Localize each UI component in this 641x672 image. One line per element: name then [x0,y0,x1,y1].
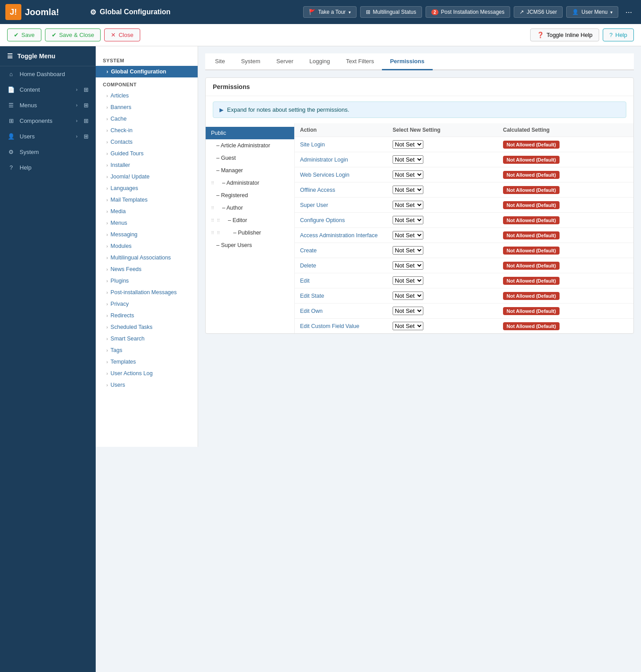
help-circle-icon: ❓ [537,32,544,38]
perm-select-super-user[interactable]: Not SetAllowedDenied [393,201,423,209]
left-panel-smart-search[interactable]: › Smart Search [96,333,198,344]
left-panel-global-config[interactable]: › Global Configuration [96,66,198,77]
left-panel-templates[interactable]: › Templates [96,356,198,368]
left-panel-languages[interactable]: › Languages [96,182,198,194]
left-panel-mail-templates[interactable]: › Mail Templates [96,194,198,206]
jcms-user-button[interactable]: ↗ JCMS6 User [514,6,563,18]
save-close-button[interactable]: ✔ Save & Close [45,28,101,41]
left-panel-post-install[interactable]: › Post-installation Messages [96,287,198,298]
left-panel-installer[interactable]: › Installer [96,159,198,171]
perm-select-configure-options[interactable]: Not SetAllowedDenied [393,216,423,224]
left-panel-redirects[interactable]: › Redirects [96,310,198,321]
group-manager[interactable]: – Manager [206,164,294,177]
group-guest[interactable]: – Guest [206,152,294,164]
left-panel-joomla-update[interactable]: › Joomla! Update [96,171,198,182]
tour-icon: 🚩 [309,9,316,15]
tab-server[interactable]: Server [268,53,301,70]
left-panel-messaging[interactable]: › Messaging [96,229,198,240]
close-button[interactable]: ✕ Close [104,28,140,41]
toolbar: ✔ Save ✔ Save & Close ✕ Close ❓ Toggle I… [0,24,641,46]
perm-badge-create: Not Allowed (Default) [503,247,560,255]
sidebar-item-menus[interactable]: ☰ Menus › ⊞ [0,97,96,113]
permissions-info-expand[interactable]: ▶ Expand for notes about setting the per… [213,101,626,118]
take-a-tour-button[interactable]: 🚩 Take a Tour ▾ [303,6,357,18]
perm-row-access-admin: Access Administration Interface Not SetA… [295,228,633,243]
sidebar-item-components[interactable]: ⊞ Components › ⊞ [0,113,96,129]
tab-text-filters[interactable]: Text Filters [338,53,382,70]
left-panel-cache[interactable]: › Cache [96,113,198,125]
chevron-right-icon: › [106,151,108,156]
perm-table: Action Select New Setting Calculated Set… [295,123,633,333]
perm-select-edit-own[interactable]: Not SetAllowedDenied [393,307,423,315]
perm-select-create[interactable]: Not SetAllowedDenied [393,246,423,255]
perm-select-delete[interactable]: Not SetAllowedDenied [393,261,423,270]
left-panel-tags[interactable]: › Tags [96,344,198,356]
chevron-right-icon: › [106,348,108,353]
multilingual-status-button[interactable]: ⊞ Multilingual Status [360,6,422,18]
chevron-right-icon: › [106,209,108,214]
left-panel-articles[interactable]: › Articles [96,90,198,101]
left-panel-plugins[interactable]: › Plugins [96,275,198,287]
save-close-icon: ✔ [52,32,57,38]
toggle-inline-help-button[interactable]: ❓ Toggle Inline Help [530,28,599,41]
group-author[interactable]: ⠿ – Author [206,202,294,214]
group-registered[interactable]: – Registered [206,189,294,202]
perm-select-edit-state[interactable]: Not SetAllowedDenied [393,291,423,300]
save-button[interactable]: ✔ Save [7,28,41,41]
left-panel-system-label: System [96,55,198,66]
perm-badge-edit-custom-field: Not Allowed (Default) [503,322,560,330]
sidebar-item-system[interactable]: ⚙ System [0,144,96,160]
left-panel-banners[interactable]: › Banners [96,101,198,113]
left-panel-contacts[interactable]: › Contacts [96,136,198,148]
left-panel-multilingual[interactable]: › Multilingual Associations [96,252,198,263]
grid-icon: ⊞ [84,86,89,93]
left-panel-modules[interactable]: › Modules [96,240,198,252]
help-icon: ? [7,164,15,171]
perm-select-admin-login[interactable]: Not SetAllowedDenied [393,155,423,164]
left-panel-menus[interactable]: › Menus [96,217,198,229]
group-administrator[interactable]: ⠿ – Administrator [206,177,294,189]
left-panel-users[interactable]: › Users [96,379,198,391]
tab-system[interactable]: System [233,53,268,70]
chevron-right-icon: › [106,244,108,249]
group-super-users[interactable]: – Super Users [206,239,294,251]
left-panel-checkin[interactable]: › Check-in [96,125,198,136]
menus-icon: ☰ [7,102,15,109]
chevron-right-icon: › [76,103,77,108]
perm-row-configure-options: Configure Options Not SetAllowedDenied N… [295,213,633,228]
main-layout: ☰ Toggle Menu ⌂ Home Dashboard 📄 Content… [0,46,641,672]
left-panel-guided-tours[interactable]: › Guided Tours [96,148,198,159]
perm-badge-edit-state: Not Allowed (Default) [503,292,560,300]
tab-permissions[interactable]: Permissions [382,53,432,70]
user-icon: 👤 [572,9,579,15]
left-panel-user-actions-log[interactable]: › User Actions Log [96,368,198,379]
tab-logging[interactable]: Logging [301,53,338,70]
group-editor[interactable]: ⠿ ⠿ – Editor [206,214,294,227]
more-options-button[interactable]: ··· [622,6,636,19]
perm-select-edit-custom-field[interactable]: Not SetAllowedDenied [393,322,423,330]
tab-site[interactable]: Site [207,53,233,70]
post-install-messages-button[interactable]: 2 Post Installation Messages [426,6,510,18]
help-button[interactable]: ? Help [603,28,634,41]
chevron-right-icon: › [76,118,77,123]
perm-select-site-login[interactable]: Not SetAllowedDenied [393,140,423,149]
perm-select-offline-access[interactable]: Not SetAllowedDenied [393,186,423,194]
toggle-menu-button[interactable]: ☰ Toggle Menu [0,46,96,66]
left-panel-privacy[interactable]: › Privacy [96,298,198,310]
group-article-administrator[interactable]: – Article Administrator [206,139,294,152]
sidebar-item-help[interactable]: ? Help [0,160,96,175]
joomla-icon: J! [5,4,21,20]
sidebar-item-home-dashboard[interactable]: ⌂ Home Dashboard [0,66,96,82]
group-publisher[interactable]: ⠿ ⠿ – Publisher [206,227,294,239]
left-panel-newsfeeds[interactable]: › News Feeds [96,263,198,275]
user-menu-button[interactable]: 👤 User Menu ▾ [566,6,618,18]
left-panel-media[interactable]: › Media [96,206,198,217]
left-panel-scheduled-tasks[interactable]: › Scheduled Tasks [96,321,198,333]
sidebar: ☰ Toggle Menu ⌂ Home Dashboard 📄 Content… [0,46,96,672]
sidebar-item-users[interactable]: 👤 Users › ⊞ [0,129,96,144]
perm-select-edit[interactable]: Not SetAllowedDenied [393,276,423,285]
perm-select-access-admin[interactable]: Not SetAllowedDenied [393,231,423,239]
perm-select-web-services[interactable]: Not SetAllowedDenied [393,170,423,179]
sidebar-item-content[interactable]: 📄 Content › ⊞ [0,82,96,97]
group-public[interactable]: Public [206,127,294,139]
